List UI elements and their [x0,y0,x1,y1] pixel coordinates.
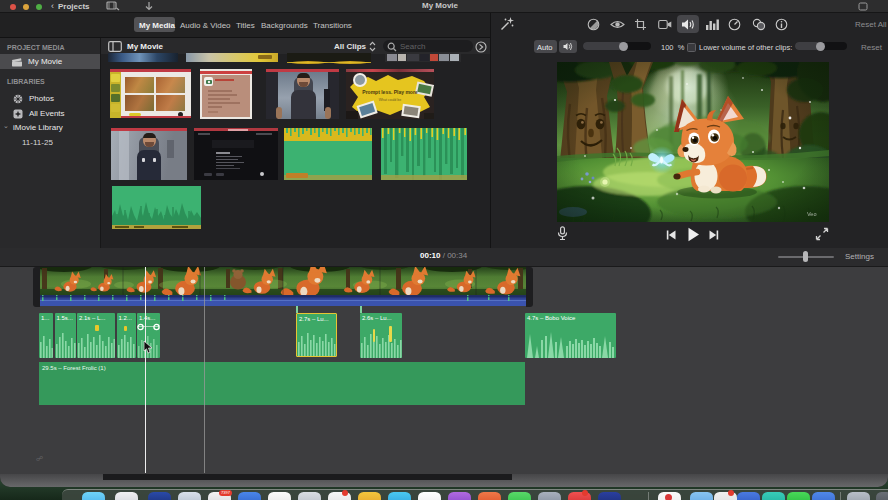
svg-text:Prompt less. Play more: Prompt less. Play more [362,89,418,95]
svg-text:What could be: What could be [379,98,401,102]
svg-text:Veo: Veo [807,211,816,217]
